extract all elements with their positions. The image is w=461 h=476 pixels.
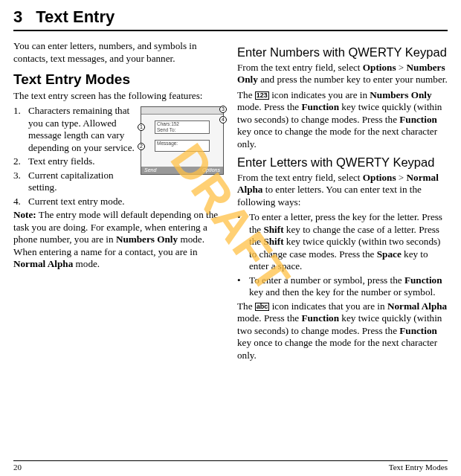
s2p2-function1: Function — [301, 312, 339, 324]
s1p2-function1: Function — [301, 101, 339, 112]
b2-c: key and then the key for the number or s… — [249, 286, 436, 298]
feature-item-3: Current capitalization setting. — [13, 170, 224, 194]
feature-item-2: Text entry fields. — [13, 155, 224, 168]
s2p2-b: icon indicates that you are in — [269, 300, 387, 312]
s2p2-function2: Function — [399, 325, 437, 336]
page-footer: 20 Text Entry Modes — [13, 460, 448, 472]
enter-numbers-heading: Enter Numbers with QWERTY Keypad — [237, 45, 448, 60]
s2p2-normal-alpha: Normal Alpha — [387, 300, 447, 312]
feature-item-1: Characters remaining that you can type. … — [13, 105, 224, 154]
s1-a: From the text entry field, select — [237, 62, 363, 73]
s1p2-d: mode. Press the — [237, 101, 301, 112]
s1-c: > — [396, 62, 407, 73]
note-numbers-only: Numbers Only — [116, 234, 178, 245]
s2-c: > — [396, 172, 407, 183]
enter-letters-p1: From the text entry field, select Option… — [237, 172, 448, 209]
bullet-1: To enter a letter, press the key for the… — [237, 211, 448, 273]
s1-e: and press the number key to enter your n… — [258, 74, 448, 85]
right-column: Enter Numbers with QWERTY Keypad From th… — [237, 40, 448, 364]
enter-letters-heading: Enter Letters with QWERTY Keypad — [237, 155, 448, 170]
s2p2-d: mode. Press the — [237, 312, 301, 324]
s1p2-h: key once to change the mode for the next… — [237, 126, 437, 149]
page-content: 3 Text Entry You can enter letters, numb… — [0, 0, 461, 364]
s2-a: From the text entry field, select — [237, 172, 363, 183]
s2-options: Options — [363, 172, 396, 183]
b1-space: Space — [377, 248, 402, 260]
b1-shift1: Shift — [263, 224, 283, 235]
s1p2-function2: Function — [399, 114, 437, 125]
s1p2-numbers-only: Numbers Only — [370, 89, 431, 100]
modes-lead: The text entry screen has the following … — [13, 90, 224, 103]
feature-item-4: Current text entry mode. — [13, 196, 224, 208]
s1-options: Options — [363, 62, 396, 73]
bullet-2: To enter a number or symbol, press the F… — [237, 274, 448, 299]
chapter-heading: 3 Text Entry — [13, 7, 448, 31]
left-column: You can enter letters, numbers, and symb… — [13, 40, 224, 364]
enter-numbers-p1: From the text entry field, select Option… — [237, 62, 448, 86]
b2-a: To enter a number or symbol, press the — [249, 274, 404, 286]
enter-numbers-p2: The 123 icon indicates you are in Number… — [237, 89, 448, 151]
chapter-number: 3 — [13, 7, 22, 27]
b2-function: Function — [404, 274, 442, 286]
page-number: 20 — [13, 463, 22, 472]
chapter-title: Text Entry — [36, 7, 115, 27]
intro-paragraph: You can enter letters, numbers, and symb… — [13, 40, 224, 65]
s1p2-b: icon indicates you are in — [269, 89, 370, 100]
note-label: Note: — [13, 209, 36, 220]
s2p2-a: The — [237, 300, 255, 312]
note-text-e: mode. — [73, 258, 100, 269]
footer-section: Text Entry Modes — [389, 463, 448, 472]
alpha-mode-icon: abc — [255, 303, 270, 311]
enter-letters-bullets: To enter a letter, press the key for the… — [237, 211, 448, 299]
text-entry-modes-heading: Text Entry Modes — [13, 71, 224, 89]
features-list: Characters remaining that you can type. … — [13, 105, 224, 208]
numbers-mode-icon: 123 — [255, 91, 269, 100]
note-normal-alpha: Normal Alpha — [13, 258, 73, 269]
s1p2-a: The — [237, 89, 255, 100]
enter-letters-p2: The abc icon indicates that you are in N… — [237, 300, 448, 362]
note-paragraph: Note: The entry mode will default depend… — [13, 209, 224, 271]
s2-e: to enter letters. You can enter text in … — [237, 184, 422, 208]
b1-shift2: Shift — [263, 236, 283, 247]
s2p2-h: key once to change the mode for the next… — [237, 337, 437, 361]
